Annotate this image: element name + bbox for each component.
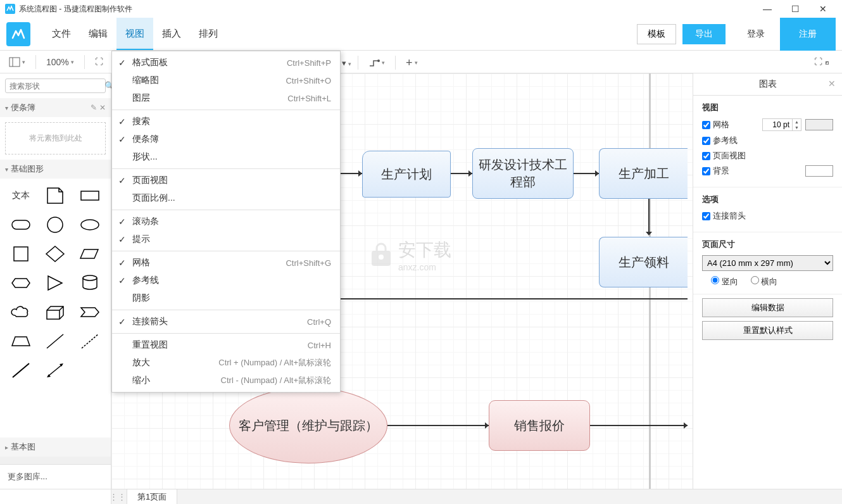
guides-checkbox[interactable]: 参考线 [702,135,738,146]
shape-circle[interactable] [38,210,72,239]
template-button[interactable]: 模板 [637,24,676,44]
search-box[interactable]: 🔍 [5,79,106,93]
fullscreen-icon[interactable]: ⛶ ◰ [810,54,833,69]
dd-search[interactable]: ✓搜索 [112,113,340,130]
svg-line-11 [48,365,62,376]
shape-document[interactable] [38,181,72,210]
page-layout-dropdown[interactable] [5,54,29,70]
shape-diamond[interactable] [38,239,72,268]
maximize-button[interactable]: ☐ [781,0,809,18]
dd-layers[interactable]: 图层Ctrl+Shift+L [112,89,340,107]
grid-checkbox[interactable]: 网格 [702,119,729,130]
shape-hexagon[interactable] [4,268,38,298]
node-customer[interactable]: 客户管理（维护与跟踪） [229,387,387,463]
zoom-fit-icon[interactable]: ⛶ [91,54,107,69]
tool-unknown[interactable]: ▾ [342,58,351,68]
shape-parallelogram[interactable] [73,239,107,268]
shape-dashed-line[interactable] [73,327,107,356]
dd-grid[interactable]: ✓网格Ctrl+Shift+G [112,254,340,272]
node-material[interactable]: 生产领料 [599,237,688,287]
menu-insert[interactable]: 插入 [153,18,190,50]
page-tab-1[interactable]: 第1页面 [127,489,177,504]
bottombar: ⋮⋮ 第1页面 [0,489,842,504]
dd-scratchpad[interactable]: ✓便条簿 [112,130,340,148]
waypoint-dropdown[interactable] [365,56,389,70]
shape-cloud[interactable] [4,298,38,327]
menu-arrange[interactable]: 排列 [190,18,227,50]
dd-shadow[interactable]: 阴影 [112,289,340,307]
node-rd-label: 研发设计技术工程部 [475,156,570,191]
view-dropdown: ✓格式面板Ctrl+Shift+P 缩略图Ctrl+Shift+O 图层Ctrl… [111,51,341,393]
menu-view[interactable]: 视图 [116,18,153,50]
dd-reset-view[interactable]: 重置视图Ctrl+H [112,336,340,354]
reset-style-button[interactable]: 重置默认样式 [702,321,833,340]
svg-point-13 [379,255,384,260]
more-shapes-button[interactable]: 更多图库... [0,464,111,489]
export-button[interactable]: 导出 [682,24,726,44]
arrow-head-icon [358,170,362,177]
login-button[interactable]: 登录 [732,24,780,44]
dd-scrollbar[interactable]: ✓滚动条 [112,213,340,230]
dd-zoom-in[interactable]: 放大Ctrl + (Numpad) / Alt+鼠标滚轮 [112,354,340,372]
shape-line[interactable] [38,327,72,356]
tabs-drag-handle[interactable]: ⋮⋮ [111,489,124,504]
shape-text[interactable]: 文本 [4,181,38,210]
dd-format-panel[interactable]: ✓格式面板Ctrl+Shift+P [112,54,340,72]
shape-step[interactable] [73,298,107,327]
dd-page-view[interactable]: ✓页面视图 [112,172,340,189]
dd-zoom-out[interactable]: 缩小Ctrl - (Numpad) / Alt+鼠标滚轮 [112,372,340,389]
shape-rounded-rect[interactable] [4,210,38,239]
register-button[interactable]: 注册 [780,18,836,51]
shape-trapezoid[interactable] [4,327,38,356]
search-input[interactable] [9,82,104,91]
portrait-radio[interactable]: 竖向 [711,276,738,287]
dd-page-scale[interactable]: 页面比例... [112,189,340,207]
dd-thumbnail[interactable]: 缩略图Ctrl+Shift+O [112,72,340,89]
landscape-radio[interactable]: 横向 [751,276,778,287]
shape-double-arrow[interactable] [38,356,72,385]
pageview-checkbox[interactable]: 页面视图 [702,150,746,161]
conn-arrow-checkbox[interactable]: 连接箭头 [702,210,746,222]
background-color-swatch[interactable] [805,165,833,177]
zoom-dropdown[interactable]: 100% [42,54,78,70]
grid-size-input[interactable] [762,118,793,131]
add-dropdown[interactable]: + [402,54,422,72]
svg-line-10 [13,363,29,377]
basic-shapes-header[interactable]: ▾基础图形 [0,160,111,179]
shape-triangle[interactable] [38,268,72,298]
menu-edit[interactable]: 编辑 [80,18,116,50]
dd-tooltip[interactable]: ✓提示 [112,230,340,248]
shape-ellipse[interactable] [73,210,107,239]
shape-cube[interactable] [38,298,72,327]
edit-icon[interactable]: ✎ [91,103,97,112]
close-button[interactable]: ✕ [809,0,837,18]
shape-line-2[interactable] [4,356,38,385]
close-icon[interactable]: ✕ [99,103,106,112]
dd-shapes[interactable]: 形状... [112,148,340,166]
node-rd[interactable]: 研发设计技术工程部 [472,148,574,199]
scratchpad-header[interactable]: ▾便条簿 ✎✕ [0,98,111,117]
edit-data-button[interactable]: 编辑数据 [702,298,833,317]
shape-rectangle[interactable] [73,181,107,210]
node-process[interactable]: 生产加工 [599,148,688,199]
node-plan[interactable]: 生产计划 [362,151,451,198]
minimize-button[interactable]: — [753,0,781,18]
grid-color-swatch[interactable] [805,119,833,130]
shape-cylinder[interactable] [73,268,107,298]
node-quote[interactable]: 销售报价 [489,400,590,451]
arrow-head-icon [646,232,652,236]
menu-file[interactable]: 文件 [43,18,80,50]
background-checkbox[interactable]: 背景 [702,165,729,177]
watermark: 安下载 anxz.com [368,238,451,272]
dd-guides[interactable]: ✓参考线 [112,272,340,289]
app-logo[interactable] [6,22,30,46]
scratchpad-drop-area[interactable]: 将元素拖到此处 [5,122,106,154]
basic-diagram-header[interactable]: ▸基本图 [0,438,111,457]
page-size-select[interactable]: A4 (210 mm x 297 mm) [702,255,833,271]
dd-conn-arrow[interactable]: ✓连接箭头Ctrl+Q [112,313,340,331]
panel-close-icon[interactable]: ✕ [828,79,836,89]
grid-size-spinner[interactable]: ▲▼ [793,118,801,131]
page-tabs: ⋮⋮ 第1页面 [111,489,842,504]
toolbar-extra: ▾ + [342,52,422,73]
shape-square[interactable] [4,239,38,268]
